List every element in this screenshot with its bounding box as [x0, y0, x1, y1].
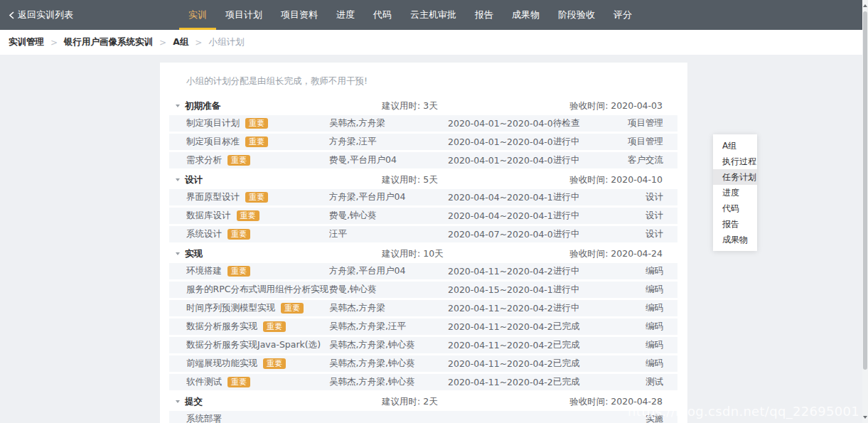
- duration-prefix-label: 建议用时:: [382, 100, 420, 111]
- nav-tab[interactable]: 阶段验收: [549, 0, 604, 30]
- task-row[interactable]: 软件测试 重要 吴韩杰,方舟梁,钟心葵 2020-04-11~2020-04-2…: [169, 374, 677, 390]
- nav-tab[interactable]: 进度: [327, 0, 364, 30]
- task-category: 编码: [606, 265, 663, 277]
- task-row[interactable]: 前端展现功能实现 重要 吴韩杰,方舟梁,钟心葵 2020-04-11~2020-…: [169, 355, 677, 372]
- task-name-cell: 前端展现功能实现 重要: [186, 358, 329, 370]
- scrollbar-thumb[interactable]: [863, 11, 867, 370]
- task-name-cell: 需求分析 重要: [186, 154, 329, 166]
- task-name: 系统设计: [186, 228, 222, 240]
- task-assignees: 吴韩杰,方舟梁,钟心葵: [329, 376, 448, 388]
- task-dates: 2020-04-07~2020-04-08: [448, 229, 553, 240]
- task-category: 设计: [606, 210, 663, 222]
- side-menu-item[interactable]: 成果物: [713, 232, 757, 247]
- task-dates: 2020-04-11~2020-04-24: [448, 303, 553, 314]
- task-assignees: 汪平: [329, 228, 448, 240]
- nav-tab[interactable]: 评分: [604, 0, 641, 30]
- section-title: 设计: [185, 174, 203, 186]
- important-badge: 重要: [245, 118, 268, 129]
- task-name-cell: 数据分析服务实现Java-Spark(选): [186, 339, 329, 351]
- task-row[interactable]: 时间序列预测模型实现 重要 吴韩杰,方舟梁 2020-04-11~2020-04…: [169, 300, 677, 316]
- task-dates: 2020-04-04~2020-04-10: [448, 192, 553, 203]
- side-menu-item[interactable]: 代码: [713, 200, 757, 216]
- task-name-cell: 环境搭建 重要: [186, 265, 329, 277]
- duration-value: 10天: [423, 248, 443, 259]
- duration-value: 3天: [423, 100, 437, 111]
- scrollbar-up-arrow-icon[interactable]: [862, 1, 868, 10]
- nav-tab[interactable]: 代码: [364, 0, 401, 30]
- side-menu-item-label: 报告: [722, 219, 739, 229]
- section-collapse-toggle[interactable]: 实现: [176, 248, 382, 260]
- nav-tab-label: 报告: [475, 9, 493, 21]
- vertical-scrollbar[interactable]: [862, 0, 868, 423]
- scrollbar-down-arrow-icon[interactable]: [862, 413, 868, 422]
- accept-prefix-label: 验收时间:: [569, 174, 608, 185]
- side-menu-item-label: 任务计划: [722, 172, 756, 182]
- duration-prefix-label: 建议用时:: [382, 174, 420, 185]
- task-dates: 2020-04-11~2020-04-24: [448, 321, 553, 332]
- task-row[interactable]: 系统部署 实施: [169, 411, 677, 423]
- task-dates: 2020-04-11~2020-04-24: [448, 377, 553, 387]
- task-category: 测试: [606, 376, 663, 388]
- section-collapse-toggle[interactable]: 提交: [176, 396, 382, 408]
- nav-tab-label: 成果物: [512, 9, 540, 21]
- important-badge: 重要: [227, 377, 250, 387]
- section-duration: 建议用时:3天: [382, 100, 569, 112]
- breadcrumb-item[interactable]: 银行用户画像系统实训: [64, 36, 153, 48]
- task-category: 设计: [606, 228, 663, 240]
- side-menu-item[interactable]: 进度: [713, 185, 757, 200]
- task-category: 项目管理: [606, 117, 663, 129]
- task-row[interactable]: 服务的RPC分布式调用组件分析实现 重要 费曼,钟心葵 2020-04-15~2…: [169, 282, 677, 298]
- task-assignees: 吴韩杰,方舟梁: [329, 302, 448, 314]
- task-row[interactable]: 数据分析服务实现 重要 吴韩杰,方舟梁,汪平 2020-04-11~2020-0…: [169, 318, 677, 335]
- task-status: 已完成: [553, 358, 606, 370]
- task-name-cell: 系统部署: [186, 413, 329, 423]
- important-badge: 重要: [245, 136, 268, 147]
- task-row[interactable]: 数据分析服务实现Java-Spark(选) 吴韩杰,方舟梁,钟心葵 2020-0…: [169, 337, 677, 353]
- side-menu-item[interactable]: A组: [713, 138, 757, 154]
- side-menu-item[interactable]: 任务计划: [713, 169, 757, 185]
- nav-tab[interactable]: 成果物: [503, 0, 549, 30]
- accept-prefix-label: 验收时间:: [569, 100, 608, 111]
- task-assignees: 费曼,平台用户04: [329, 154, 448, 166]
- task-status: 进行中: [553, 154, 606, 166]
- collapse-caret-icon: [176, 178, 180, 181]
- section-collapse-toggle[interactable]: 初期准备: [176, 100, 382, 112]
- task-name-cell: 制定项目计划 重要: [186, 117, 329, 129]
- section-accept-time: 验收时间:2020-04-24: [569, 248, 663, 260]
- important-badge: 重要: [227, 155, 250, 166]
- section-accept-time: 验收时间:2020-04-03: [569, 100, 663, 112]
- task-row[interactable]: 需求分析 重要 费曼,平台用户04 2020-04-01~2020-04-03 …: [169, 152, 677, 168]
- side-menu-item-label: 成果物: [722, 235, 748, 245]
- task-name: 制定项目计划: [186, 117, 240, 129]
- task-name-cell: 时间序列预测模型实现 重要: [186, 302, 329, 314]
- task-row[interactable]: 界面原型设计 重要 方舟梁,平台用户04 2020-04-04~2020-04-…: [169, 189, 677, 205]
- accept-date-value: 2020-04-10: [611, 174, 663, 185]
- breadcrumb-item[interactable]: A组: [173, 36, 188, 48]
- back-to-training-list-link[interactable]: 返回实训列表: [9, 0, 73, 30]
- side-menu-item[interactable]: 执行过程: [713, 154, 757, 169]
- task-row[interactable]: 环境搭建 重要 方舟梁,平台用户04 2020-04-11~2020-04-24…: [169, 263, 677, 279]
- nav-tab[interactable]: 项目资料: [272, 0, 327, 30]
- nav-tab-label: 阶段验收: [558, 9, 595, 21]
- task-status: 进行中: [553, 302, 606, 314]
- task-status: 进行中: [553, 284, 606, 296]
- task-category: 编码: [606, 321, 663, 333]
- task-row[interactable]: 制定项目标准 重要 方舟梁,汪平 2020-04-01~2020-04-03 进…: [169, 134, 677, 150]
- task-name-cell: 界面原型设计 重要: [186, 191, 329, 203]
- nav-tab[interactable]: 云主机审批: [401, 0, 466, 30]
- task-row[interactable]: 制定项目计划 重要 吴韩杰,方舟梁 2020-04-01~2020-04-03 …: [169, 115, 677, 132]
- nav-tab[interactable]: 报告: [466, 0, 503, 30]
- section-duration: 建议用时:2天: [382, 396, 569, 408]
- nav-tab[interactable]: 实训: [179, 0, 216, 30]
- breadcrumb-item[interactable]: 实训管理: [9, 36, 44, 48]
- section-collapse-toggle[interactable]: 设计: [176, 174, 382, 186]
- nav-tab[interactable]: 项目计划: [216, 0, 272, 30]
- task-name: 界面原型设计: [186, 191, 240, 203]
- task-row[interactable]: 系统设计 重要 汪平 2020-04-07~2020-04-08 进行中 设计: [169, 226, 677, 242]
- section-duration: 建议用时:10天: [382, 248, 569, 260]
- task-row[interactable]: 数据库设计 重要 费曼,钟心葵 2020-04-04~2020-04-10 进行…: [169, 208, 677, 224]
- side-menu-item[interactable]: 报告: [713, 216, 757, 232]
- task-name: 数据分析服务实现: [186, 321, 257, 333]
- duration-prefix-label: 建议用时:: [382, 396, 420, 407]
- section-duration: 建议用时:5天: [382, 174, 569, 186]
